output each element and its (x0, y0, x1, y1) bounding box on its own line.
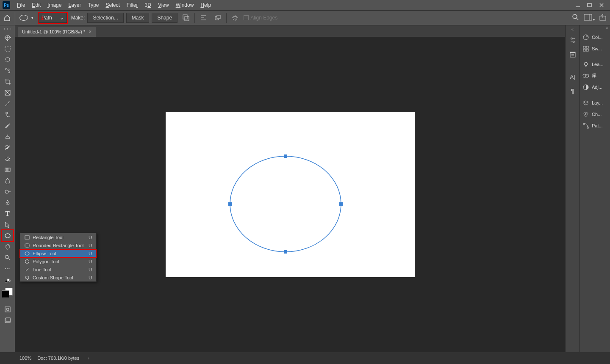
svg-point-50 (571, 38, 573, 39)
quick-selection-tool-icon[interactable] (2, 65, 13, 76)
window-minimize-icon[interactable] (572, 0, 584, 10)
ellipse-path[interactable] (230, 156, 341, 252)
dodge-tool-icon[interactable] (2, 186, 13, 197)
gradient-tool-icon[interactable] (2, 164, 13, 175)
path-arrangement-icon[interactable] (212, 12, 224, 24)
chevron-down-icon[interactable]: ▾ (31, 16, 33, 20)
svg-rect-25 (5, 46, 10, 51)
paragraph-panel-icon[interactable]: ¶ (567, 84, 579, 98)
svg-rect-31 (6, 112, 8, 114)
menu-edit[interactable]: Edit (28, 2, 44, 8)
zoom-level[interactable]: 100% (19, 356, 31, 361)
svg-line-18 (236, 16, 237, 17)
share-icon[interactable] (599, 14, 607, 22)
anchor-bottom[interactable] (284, 250, 287, 254)
history-brush-tool-icon[interactable] (2, 142, 13, 153)
edit-toolbar-icon[interactable]: ··· (2, 263, 13, 274)
anchor-right[interactable] (339, 202, 343, 206)
document-info[interactable]: Doc: 703.1K/0 bytes (37, 356, 79, 361)
expand-panel-icon[interactable]: » (580, 25, 610, 31)
pen-tool-icon[interactable] (2, 197, 13, 208)
path-selection-tool-icon[interactable] (2, 219, 13, 230)
gear-icon[interactable] (229, 12, 241, 24)
menu-file[interactable]: File (14, 2, 28, 8)
anchor-top[interactable] (284, 154, 287, 158)
crop-tool-icon[interactable] (2, 76, 13, 87)
home-icon[interactable] (3, 12, 15, 24)
anchor-left[interactable] (228, 202, 232, 206)
menu-help[interactable]: Help (197, 2, 214, 8)
make-selection-button[interactable]: Selection... (87, 13, 123, 23)
workspace-switcher-icon[interactable]: ▾ (584, 14, 595, 22)
zoom-tool-icon[interactable] (2, 252, 13, 263)
menu-3d[interactable]: 3D (141, 2, 155, 8)
shape-tool-flyout: Rectangle Tool U Rounded Rectangle Tool … (19, 233, 97, 282)
marquee-tool-icon[interactable] (2, 43, 13, 54)
character-panel-icon[interactable]: A| (567, 69, 579, 84)
layers-panel-button[interactable]: Lay... (580, 97, 610, 108)
type-tool-icon[interactable]: T (2, 208, 13, 219)
frame-tool-icon[interactable] (2, 87, 13, 98)
rectangle-tool-item[interactable]: Rectangle Tool U (20, 233, 96, 241)
screen-mode-icon[interactable] (2, 315, 13, 326)
make-shape-button[interactable]: Shape (152, 13, 177, 23)
canvas[interactable] (166, 112, 415, 277)
eraser-tool-icon[interactable] (2, 153, 13, 164)
lightbulb-icon (582, 61, 589, 68)
menu-type[interactable]: Type (84, 2, 102, 8)
svg-rect-59 (583, 46, 585, 48)
foreground-background-colors[interactable] (2, 288, 14, 300)
window-maximize-icon[interactable] (584, 0, 596, 10)
canvas-viewport[interactable] (15, 37, 565, 352)
menu-filter[interactable]: Filter (123, 2, 141, 8)
shape-tool-icon[interactable] (2, 230, 13, 241)
menu-window[interactable]: Window (172, 2, 197, 8)
quick-mask-icon[interactable] (2, 304, 13, 315)
color-panel-button[interactable]: Col... (580, 31, 610, 43)
search-icon[interactable] (572, 14, 580, 22)
polygon-tool-item[interactable]: Polygon Tool U (20, 257, 96, 265)
chevron-right-icon[interactable]: › (88, 356, 89, 361)
learn-panel-button[interactable]: Lea... (580, 58, 610, 70)
swap-colors-icon[interactable] (2, 275, 13, 286)
menu-image[interactable]: Image (44, 2, 65, 8)
expand-panel-icon[interactable]: « (571, 27, 574, 33)
path-align-icon[interactable] (197, 12, 209, 24)
move-tool-icon[interactable] (2, 32, 13, 43)
clone-stamp-tool-icon[interactable] (2, 131, 13, 142)
svg-point-40 (5, 234, 10, 238)
make-mask-button[interactable]: Mask (126, 13, 150, 23)
rounded-rectangle-tool-item[interactable]: Rounded Rectangle Tool U (20, 241, 96, 249)
libraries-panel-button[interactable]: 库 (580, 70, 610, 81)
channels-panel-button[interactable]: Ch... (580, 108, 610, 120)
svg-rect-73 (587, 127, 588, 128)
healing-brush-tool-icon[interactable] (2, 109, 13, 120)
close-tab-icon[interactable]: × (89, 29, 92, 35)
custom-shape-tool-item[interactable]: Custom Shape Tool U (20, 273, 96, 281)
ellipse-tool-item[interactable]: Ellipse Tool U (20, 249, 96, 257)
window-close-icon[interactable] (596, 0, 607, 10)
paths-panel-button[interactable]: Pat... (580, 120, 610, 131)
active-tool-preview-icon[interactable] (19, 15, 28, 21)
panel-handle-icon[interactable] (4, 28, 11, 30)
path-operations-icon[interactable] (180, 12, 192, 24)
svg-point-41 (5, 255, 8, 259)
info-panel-icon[interactable] (567, 47, 579, 62)
line-tool-item[interactable]: Line Tool U (20, 265, 96, 273)
brush-tool-icon[interactable] (2, 120, 13, 131)
svg-rect-62 (586, 49, 588, 51)
hand-tool-icon[interactable] (2, 241, 13, 252)
lasso-tool-icon[interactable] (2, 54, 13, 65)
menu-view[interactable]: View (155, 2, 172, 8)
svg-point-76 (25, 252, 29, 255)
menu-layer[interactable]: Layer (65, 2, 84, 8)
eyedropper-tool-icon[interactable] (2, 98, 13, 109)
properties-panel-icon[interactable] (567, 33, 579, 47)
blur-tool-icon[interactable] (2, 175, 13, 186)
swatches-panel-button[interactable]: Sw... (580, 43, 610, 54)
menu-select[interactable]: Select (102, 2, 123, 8)
rounded-rectangle-icon (24, 243, 30, 248)
adjustments-panel-button[interactable]: Adj... (580, 81, 610, 93)
foreground-color-swatch[interactable] (2, 290, 9, 298)
document-tab[interactable]: Untitled-1 @ 100% (RGB/8#) * × (18, 27, 96, 37)
